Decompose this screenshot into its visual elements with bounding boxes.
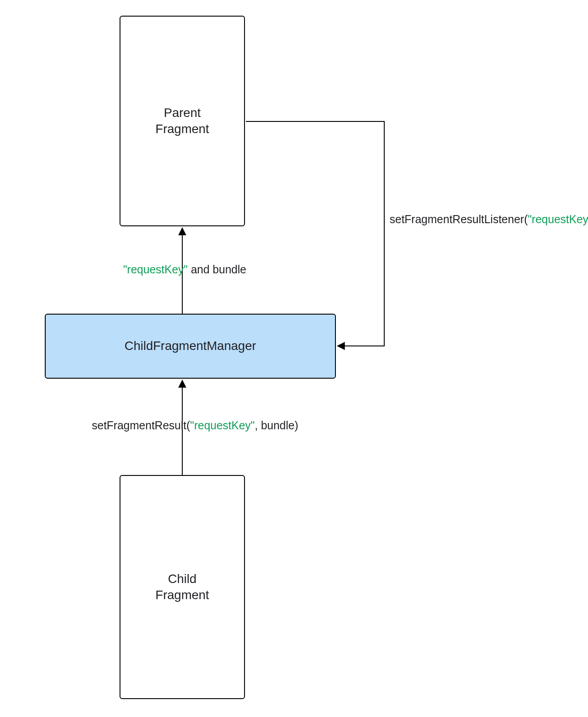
parent-fragment-label: Parent Fragment <box>155 105 209 138</box>
fragment-result-diagram: Parent Fragment ChildFragmentManager Chi… <box>0 0 588 717</box>
arrowhead-left-icon <box>337 342 345 350</box>
child-fragment-node: Child Fragment <box>120 475 245 699</box>
arrow-parent-to-manager <box>344 346 385 346</box>
set-result-label: setFragmentResult("requestKey", bundle) <box>92 419 298 432</box>
listener-label: setFragmentResultListener("requestKey") <box>390 213 588 226</box>
child-fragment-label: Child Fragment <box>155 571 209 604</box>
arrow-parent-vertical <box>384 121 385 346</box>
arrow-parent-horizontal <box>246 121 385 122</box>
parent-fragment-node: Parent Fragment <box>120 16 245 226</box>
result-bundle-label: "requestKey" and bundle <box>123 263 246 276</box>
child-fragment-manager-node: ChildFragmentManager <box>45 314 336 379</box>
manager-label: ChildFragmentManager <box>124 338 256 354</box>
arrowhead-up-icon <box>178 227 186 235</box>
arrowhead-up-icon-2 <box>178 380 186 388</box>
